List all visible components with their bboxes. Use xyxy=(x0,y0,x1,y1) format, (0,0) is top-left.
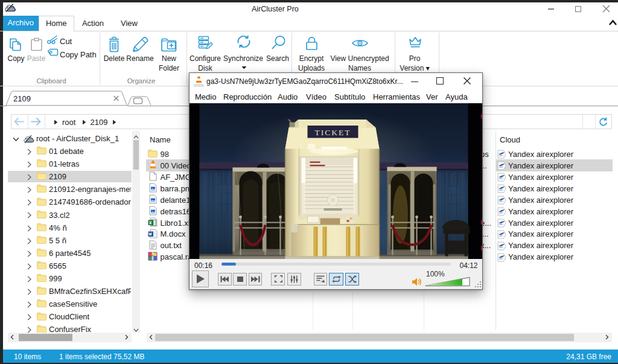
svg-text:TICKET: TICKET xyxy=(314,127,351,136)
